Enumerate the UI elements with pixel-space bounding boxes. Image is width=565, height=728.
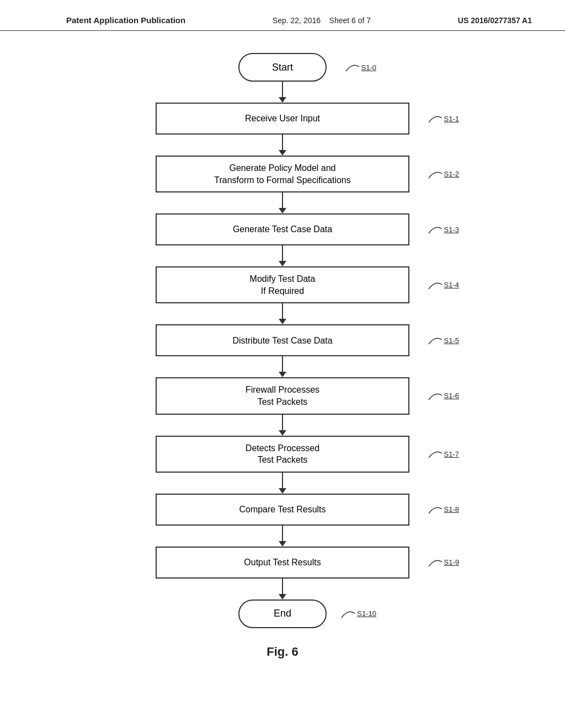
curve-icon-s1-6	[428, 390, 443, 402]
flow-node-s6: Firewall ProcessesTest Packets S1-6	[156, 377, 409, 414]
connector-8-9	[156, 526, 409, 547]
start-label: Start	[272, 62, 293, 73]
arrow-head	[279, 541, 286, 547]
arrow-head	[279, 261, 286, 266]
connector-5-6	[156, 356, 409, 377]
step-label-s1-5: S1-5	[428, 334, 459, 346]
rect-s5-text: Distribute Test Case Data	[232, 335, 332, 347]
step-label-s1-7: S1-7	[428, 448, 459, 460]
step-label-s1-3: S1-3	[428, 223, 459, 235]
connector-2-3	[156, 192, 409, 213]
step-text-s1-10: S1-10	[357, 609, 376, 618]
rect-s9-text: Output Test Results	[244, 556, 321, 569]
end-label: End	[274, 608, 291, 619]
rect-s4: Modify Test DataIf Required	[156, 266, 409, 303]
flow-node-start: Start S1-0	[238, 53, 327, 82]
page: Patent Application Publication Sep. 22, …	[0, 0, 565, 728]
curve-icon-s1-9	[428, 556, 443, 569]
step-label-s1-9: S1-9	[428, 556, 459, 569]
step-text-s1-2: S1-2	[444, 170, 459, 178]
patent-number: US 2016/0277357 A1	[458, 16, 532, 25]
flow-node-s8: Compare Test Results S1-8	[156, 494, 409, 526]
connector-0-1	[156, 82, 409, 103]
connector-4-5	[156, 303, 409, 324]
arrow-head	[279, 488, 286, 494]
rect-s3: Generate Test Case Data	[156, 213, 409, 245]
curve-icon-s1-10	[340, 608, 356, 620]
step-label-s1-6: S1-6	[428, 390, 459, 402]
arrow-head	[279, 319, 286, 324]
step-label-s1-2: S1-2	[428, 168, 459, 180]
arrow-head	[279, 594, 286, 599]
start-oval: Start	[238, 53, 327, 82]
step-text-s1-7: S1-7	[444, 450, 459, 458]
sheet-info: Sheet 6 of 7	[329, 16, 371, 25]
rect-s9: Output Test Results	[156, 547, 409, 579]
arrow-line	[282, 415, 283, 430]
flow-node-s7: Detects ProcessedTest Packets S1-7	[156, 436, 409, 473]
step-text-s1-6: S1-6	[444, 392, 459, 400]
curve-icon-s1-3	[428, 223, 443, 235]
curve-icon-s1-7	[428, 448, 443, 460]
arrow-head	[279, 430, 286, 436]
step-text-s1-5: S1-5	[444, 336, 459, 345]
connector-7-8	[156, 473, 409, 494]
arrow-line	[282, 526, 283, 541]
step-text-s1-1: S1-1	[444, 115, 459, 123]
end-oval: End	[238, 599, 327, 628]
flow-node-s2: Generate Policy Model andTransform to Fo…	[156, 156, 409, 192]
step-label-s1-4: S1-4	[428, 279, 459, 291]
flow-node-s5: Distribute Test Case Data S1-5	[156, 324, 409, 356]
curve-icon-s1-8	[428, 504, 443, 516]
curve-icon-s1-4	[428, 279, 443, 291]
flow-node-s3: Generate Test Case Data S1-3	[156, 213, 409, 245]
step-label-s1-0: S1-0	[345, 61, 376, 73]
flow-node-s4: Modify Test DataIf Required S1-4	[156, 266, 409, 303]
rect-s8-text: Compare Test Results	[239, 504, 326, 516]
arrow-line	[282, 192, 283, 208]
rect-s3-text: Generate Test Case Data	[233, 223, 332, 235]
connector-9-end	[156, 579, 409, 599]
rect-s6-text: Firewall ProcessesTest Packets	[246, 384, 319, 408]
flowchart: Start S1-0 Receive User Input	[0, 53, 565, 659]
arrow-head	[279, 150, 286, 156]
rect-s2-text: Generate Policy Model andTransform to Fo…	[214, 162, 350, 186]
curve-icon-s1-1	[428, 113, 443, 125]
arrow-line	[282, 135, 283, 150]
rect-s2: Generate Policy Model andTransform to Fo…	[156, 156, 409, 192]
arrow-head	[279, 208, 286, 213]
arrow-line	[282, 303, 283, 319]
rect-s1: Receive User Input	[156, 103, 409, 135]
step-text-s1-3: S1-3	[444, 226, 459, 234]
arrow-line	[282, 82, 283, 97]
page-header: Patent Application Publication Sep. 22, …	[0, 0, 565, 31]
step-text-s1-8: S1-8	[444, 505, 459, 513]
rect-s6: Firewall ProcessesTest Packets	[156, 377, 409, 414]
flow-node-end: End S1-10	[238, 599, 327, 628]
curve-icon-s1-5	[428, 334, 443, 346]
arrow-line	[282, 245, 283, 261]
connector-1-2	[156, 135, 409, 156]
flow-node-s1: Receive User Input S1-1	[156, 103, 409, 135]
arrow-line	[282, 356, 283, 372]
connector-6-7	[156, 415, 409, 436]
rect-s5: Distribute Test Case Data	[156, 324, 409, 356]
curve-icon-s1-0	[345, 61, 360, 73]
arrow-line	[282, 473, 283, 488]
flow-node-s9: Output Test Results S1-9	[156, 547, 409, 579]
publication-date: Sep. 22, 2016	[273, 16, 321, 25]
arrow-head	[279, 97, 286, 103]
step-label-s1-10: S1-10	[340, 608, 376, 620]
step-text-s1-4: S1-4	[444, 281, 459, 289]
rect-s7: Detects ProcessedTest Packets	[156, 436, 409, 473]
header-date-sheet: Sep. 22, 2016 Sheet 6 of 7	[273, 16, 371, 25]
curve-icon-s1-2	[428, 168, 443, 180]
publication-title: Patent Application Publication	[66, 15, 185, 25]
rect-s4-text: Modify Test DataIf Required	[250, 273, 316, 297]
connector-3-4	[156, 245, 409, 266]
rect-s8: Compare Test Results	[156, 494, 409, 526]
step-text-s1-0: S1-0	[361, 63, 376, 72]
arrow-line	[282, 579, 283, 594]
step-text-s1-9: S1-9	[444, 558, 459, 566]
rect-s7-text: Detects ProcessedTest Packets	[246, 442, 319, 466]
